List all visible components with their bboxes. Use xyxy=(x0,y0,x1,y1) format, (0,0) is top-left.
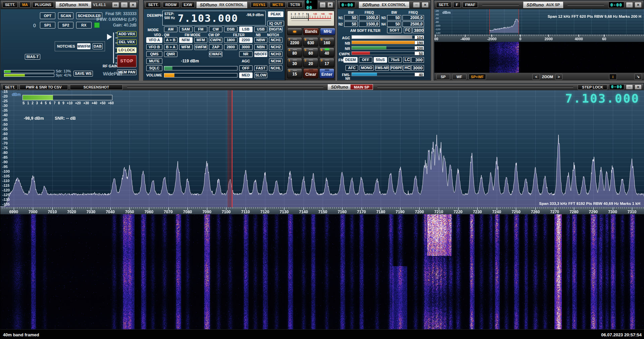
zoom-out-icon[interactable]: > xyxy=(555,74,562,80)
close-icon[interactable]: ✕ xyxy=(635,84,642,90)
bias-t-button[interactable]: BIAS-T xyxy=(25,54,40,60)
mode-button-cw[interactable]: CW xyxy=(209,26,222,32)
aux-frequency-axis[interactable] xyxy=(434,35,644,42)
mode-button-lsb[interactable]: LSB xyxy=(239,26,253,32)
n4-freq-field[interactable]: 2500,0 xyxy=(402,21,424,27)
key-5-60[interactable]: 560 xyxy=(303,48,318,57)
minimize-icon[interactable]: ─ xyxy=(626,2,633,8)
rx-frequency-display[interactable]: 7.103.000 xyxy=(181,11,234,25)
agc-med-button[interactable]: MED xyxy=(239,72,253,78)
n1-bw-field[interactable]: 50 xyxy=(344,15,358,20)
aux-spectrum[interactable]: dBm Span 12 kHz FFT 620 Pts RBW 9,68 Hz … xyxy=(434,9,644,35)
mono-button[interactable]: MONO xyxy=(360,65,374,71)
exw-button[interactable]: EXW xyxy=(181,2,195,8)
screenshot-button[interactable]: SCREENSHOT xyxy=(70,84,123,90)
nr-slider[interactable] xyxy=(352,46,424,50)
del-vrx-button[interactable]: DEL VRX xyxy=(117,39,137,45)
main-waterfall[interactable] xyxy=(0,214,644,329)
mode-button-usb[interactable]: USB xyxy=(254,26,268,32)
resize-corner-icon[interactable]: ↘ xyxy=(634,73,642,80)
aux-waterfall[interactable] xyxy=(434,42,644,73)
a-to-b-button[interactable]: A > B xyxy=(164,37,177,43)
fmaf-button[interactable]: FMAF xyxy=(463,2,478,8)
close-icon[interactable]: ✕ xyxy=(422,2,429,8)
swfm-button[interactable]: SWFM xyxy=(194,44,208,50)
nb-slider[interactable] xyxy=(352,41,424,44)
mode-button-dsb[interactable]: DSB xyxy=(224,26,237,32)
att-led-button[interactable] xyxy=(287,28,302,35)
shade-icon[interactable]: ▭ xyxy=(112,2,119,8)
zoom-in-icon[interactable]: < xyxy=(532,74,540,80)
close-icon[interactable]: ✕ xyxy=(327,2,333,8)
rsyn1-button[interactable]: RSYN1 xyxy=(251,2,268,8)
rf-gain-handle[interactable] xyxy=(107,34,115,40)
nboff-button[interactable]: NBOFF xyxy=(254,51,268,57)
minimize-icon[interactable]: ─ xyxy=(320,2,325,8)
wfm-button[interactable]: WFM xyxy=(179,44,193,50)
mwfm-notch-button[interactable]: MW/FM xyxy=(77,43,91,49)
nchl-button[interactable]: NCHL xyxy=(269,65,282,71)
n1-freq-field[interactable]: 1000,0 xyxy=(359,15,380,20)
n3-bw-field[interactable]: 50 xyxy=(387,15,401,20)
opt-button[interactable]: OPT xyxy=(40,12,55,19)
mode-button-am[interactable]: AM xyxy=(164,26,177,32)
bands-button[interactable]: Bands xyxy=(303,28,319,35)
close-icon[interactable]: ✕ xyxy=(129,2,137,8)
f-button[interactable]: F xyxy=(453,2,461,8)
enter-button[interactable]: Enter xyxy=(319,68,334,78)
mode-button-sam[interactable]: SAM xyxy=(179,26,193,32)
mode-button-fm[interactable]: FM xyxy=(194,26,208,32)
key-2-20[interactable]: 220 xyxy=(303,58,318,67)
key-1-30[interactable]: 130 xyxy=(287,58,302,67)
cwpk-slider[interactable] xyxy=(352,51,424,55)
rx-settings-button[interactable]: SETT. xyxy=(146,2,161,8)
add-vrx-button[interactable]: ADD VRX xyxy=(117,31,137,37)
pdbpf-button[interactable]: PDBPF xyxy=(390,65,402,71)
key-6-40[interactable]: 640 xyxy=(319,48,334,57)
main-spectrum[interactable]: -15-20-25-30-35-40-45-50-55-60-65-70-75-… xyxy=(0,90,644,207)
zap-button[interactable]: ZAP xyxy=(209,44,222,50)
dab-notch-button[interactable]: DAB xyxy=(93,43,103,49)
sp-view-button[interactable]: SP xyxy=(436,74,450,80)
save-workspace-button[interactable]: SAVE WS xyxy=(73,71,93,76)
key-0-15[interactable]: 015 xyxy=(287,68,302,78)
lo-lock-button[interactable]: LO LOCK xyxy=(117,47,137,53)
filter-3000-button[interactable]: 3000 xyxy=(239,44,253,50)
rdsw-button[interactable]: RDSW xyxy=(163,2,179,8)
ma-button[interactable]: MA xyxy=(19,2,31,8)
scan-button[interactable]: SCAN xyxy=(58,12,73,19)
afc-button[interactable]: AFC xyxy=(345,65,358,71)
nch2-button[interactable]: NCH2 xyxy=(269,44,282,50)
minimize-icon[interactable]: ─ xyxy=(121,2,128,8)
soft-button[interactable]: SOFT xyxy=(387,27,402,33)
cwpk-button[interactable]: CWPK xyxy=(209,37,222,43)
filter-2200-button[interactable]: 2200 xyxy=(239,37,253,43)
mute-button[interactable]: MUTE xyxy=(146,58,162,64)
nch4-button[interactable]: NCH4 xyxy=(269,58,282,64)
deem-button[interactable]: DEEM xyxy=(343,57,358,63)
b-to-a-button[interactable]: B > A xyxy=(164,44,177,50)
key-3-17[interactable]: 317 xyxy=(319,58,334,67)
sp-frequency-display[interactable]: 7.103.000 xyxy=(565,92,640,105)
agc-slow-button[interactable]: SLOW xyxy=(254,72,268,78)
mfm-button[interactable]: MFM xyxy=(194,37,208,43)
fc-value-field[interactable]: 3800 xyxy=(413,27,424,33)
fm-off-button[interactable]: OFF xyxy=(359,57,372,63)
sp2-button[interactable]: SP2 xyxy=(58,22,73,29)
hc-value-field[interactable]: 3000 xyxy=(411,65,424,71)
key-8-630[interactable]: 8630 xyxy=(303,37,318,47)
lc-value-field[interactable]: 300 xyxy=(411,57,424,63)
peak-button[interactable]: PEAK xyxy=(268,11,283,17)
wf-view-button[interactable]: WF xyxy=(452,74,467,80)
close-icon[interactable]: ✕ xyxy=(635,2,642,8)
sp-settings-button[interactable]: SETT. xyxy=(2,84,18,90)
minimize-icon[interactable]: ─ xyxy=(626,84,633,90)
mctr-button[interactable]: MCTR xyxy=(270,2,286,8)
agc-slider[interactable] xyxy=(352,35,424,39)
fms-nr-slider[interactable] xyxy=(352,72,424,76)
nbw-button[interactable]: NBW xyxy=(254,37,268,43)
pwr-snr-csv-button[interactable]: PWR & SNR TO CSV xyxy=(19,84,68,90)
mhz-button[interactable]: MHz xyxy=(320,28,335,35)
key-9-160[interactable]: 9160 xyxy=(319,37,334,47)
nch1-button[interactable]: NCH1 xyxy=(269,37,282,43)
